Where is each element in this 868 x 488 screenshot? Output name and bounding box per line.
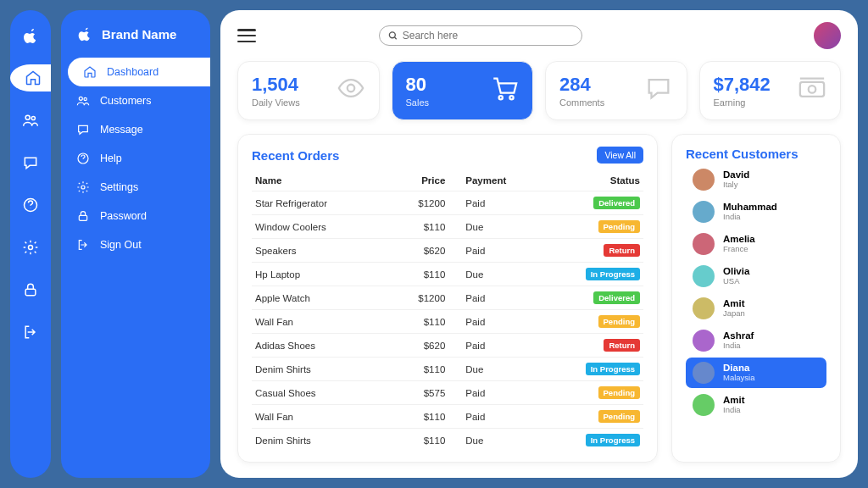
cell-price: $620	[383, 334, 462, 358]
cell-price: $110	[383, 310, 462, 334]
lock-icon	[22, 281, 39, 298]
table-row[interactable]: Apple Watch$1200PaidDelivered	[252, 286, 643, 310]
signout-icon	[22, 324, 39, 341]
cell-name: Star Refrigerator	[252, 191, 383, 215]
table-row[interactable]: Wall Fan$110PaidPending	[252, 405, 643, 429]
sidebar-item-sign-out[interactable]: Sign Out	[61, 230, 210, 259]
customer-item[interactable]: DianaMalaysia	[686, 358, 826, 388]
customer-item[interactable]: MuhammadIndia	[686, 197, 826, 227]
rail-item-help[interactable]	[17, 191, 44, 219]
status-badge: In Progress	[586, 268, 640, 280]
search-input[interactable]	[403, 30, 573, 42]
view-all-button[interactable]: View All	[597, 147, 643, 164]
sidebar-item-password[interactable]: Password	[61, 202, 210, 230]
customer-location: Malaysia	[723, 374, 755, 382]
customer-item[interactable]: AmeliaFrance	[686, 229, 826, 259]
sidebar-item-label: Message	[100, 124, 143, 136]
status-badge: Pending	[598, 220, 640, 233]
customer-item[interactable]: DavidItaly	[686, 164, 826, 195]
cell-payment: Paid	[462, 334, 541, 358]
gear-icon	[22, 239, 39, 256]
table-row[interactable]: Speakers$620PaidReturn	[252, 239, 643, 263]
cell-price: $110	[383, 358, 462, 381]
cell-name: Denim Shirts	[252, 358, 383, 381]
recent-customers-panel: Recent Customers DavidItalyMuhammadIndia…	[671, 134, 841, 463]
users-icon	[22, 112, 39, 129]
stat-value: 80	[406, 74, 430, 96]
stat-value: $7,842	[714, 74, 771, 96]
cell-payment: Due	[462, 358, 541, 381]
col-status: Status	[542, 170, 643, 191]
customer-item[interactable]: AmitJapan	[686, 293, 826, 324]
orders-table: NamePricePaymentStatus Star Refrigerator…	[252, 170, 643, 452]
users-icon	[76, 94, 90, 108]
cell-name: Speakers	[252, 239, 383, 263]
customer-item[interactable]: OliviaUSA	[686, 261, 826, 291]
cell-payment: Paid	[462, 405, 541, 429]
cash-icon	[798, 74, 826, 103]
brand-name: Brand Name	[102, 27, 176, 42]
recent-orders-panel: Recent Orders View All NamePricePaymentS…	[237, 134, 658, 463]
table-row[interactable]: Casual Shoes$575PaidPending	[252, 381, 643, 405]
brand-logo-icon	[76, 25, 93, 42]
signout-icon	[76, 238, 90, 252]
sidebar-item-customers[interactable]: Customers	[61, 86, 210, 115]
chat-icon	[644, 74, 673, 103]
table-row[interactable]: Star Refrigerator$1200PaidDelivered	[252, 191, 643, 215]
customers-title: Recent Customers	[686, 147, 826, 161]
help-icon	[22, 197, 39, 214]
user-avatar[interactable]	[814, 22, 841, 49]
sidebar-item-dashboard[interactable]: Dashboard	[68, 58, 210, 86]
nav-rail	[10, 10, 51, 478]
customer-item[interactable]: AmitIndia	[686, 390, 826, 420]
stat-label: Daily Views	[252, 97, 300, 108]
cell-payment: Due	[462, 429, 541, 452]
rail-item-customers[interactable]	[17, 107, 44, 134]
stat-card-daily-views[interactable]: 1,504Daily Views	[237, 61, 380, 120]
customer-avatar	[693, 394, 715, 416]
main-content: 1,504Daily Views80Sales284Comments$7,842…	[220, 10, 858, 478]
stat-label: Earning	[714, 97, 771, 108]
search-box[interactable]	[379, 25, 582, 46]
table-row[interactable]: Window Coolers$110DuePending	[252, 215, 643, 239]
table-row[interactable]: Denim Shirts$110DueIn Progress	[252, 358, 643, 381]
cell-name: Window Coolers	[252, 215, 383, 239]
logo-icon[interactable]	[17, 22, 44, 49]
sidebar-item-message[interactable]: Message	[61, 115, 210, 144]
sidebar-item-settings[interactable]: Settings	[61, 173, 210, 202]
search-icon	[388, 30, 398, 41]
customer-location: Japan	[723, 309, 745, 318]
table-row[interactable]: Denim Shirts$110DueIn Progress	[252, 429, 643, 452]
status-badge: In Progress	[586, 363, 640, 375]
rail-item-message[interactable]	[17, 149, 44, 176]
sidebar-item-label: Sign Out	[100, 239, 142, 251]
customer-location: USA	[723, 277, 749, 286]
rail-item-settings[interactable]	[17, 234, 44, 261]
cell-price: $110	[383, 429, 462, 452]
customer-location: Italy	[723, 180, 749, 189]
customer-location: France	[723, 245, 755, 253]
table-row[interactable]: Wall Fan$110PaidPending	[252, 310, 643, 334]
customer-location: India	[723, 341, 754, 350]
customer-avatar	[693, 330, 715, 352]
lock-icon	[76, 209, 90, 223]
rail-item-dashboard[interactable]	[10, 64, 51, 92]
rail-item-password[interactable]	[17, 276, 44, 303]
customer-item[interactable]: AshrafIndia	[686, 325, 826, 356]
rail-item-sign-out[interactable]	[17, 319, 44, 346]
stat-card-earning[interactable]: $7,842Earning	[699, 61, 842, 120]
menu-toggle-icon[interactable]	[237, 29, 256, 42]
status-badge: Pending	[598, 410, 640, 423]
stat-card-sales[interactable]: 80Sales	[392, 61, 534, 120]
help-icon	[76, 152, 90, 165]
cell-status: Pending	[542, 381, 643, 405]
table-row[interactable]: Adidas Shoes$620PaidReturn	[252, 334, 643, 358]
status-badge: Return	[604, 244, 640, 257]
cell-name: Apple Watch	[252, 286, 383, 310]
table-row[interactable]: Hp Laptop$110DueIn Progress	[252, 263, 643, 286]
sidebar-item-help[interactable]: Help	[61, 144, 210, 173]
cell-status: Delivered	[542, 286, 643, 310]
customer-avatar	[693, 169, 715, 191]
cell-status: Pending	[542, 405, 643, 429]
stat-card-comments[interactable]: 284Comments	[545, 61, 687, 120]
